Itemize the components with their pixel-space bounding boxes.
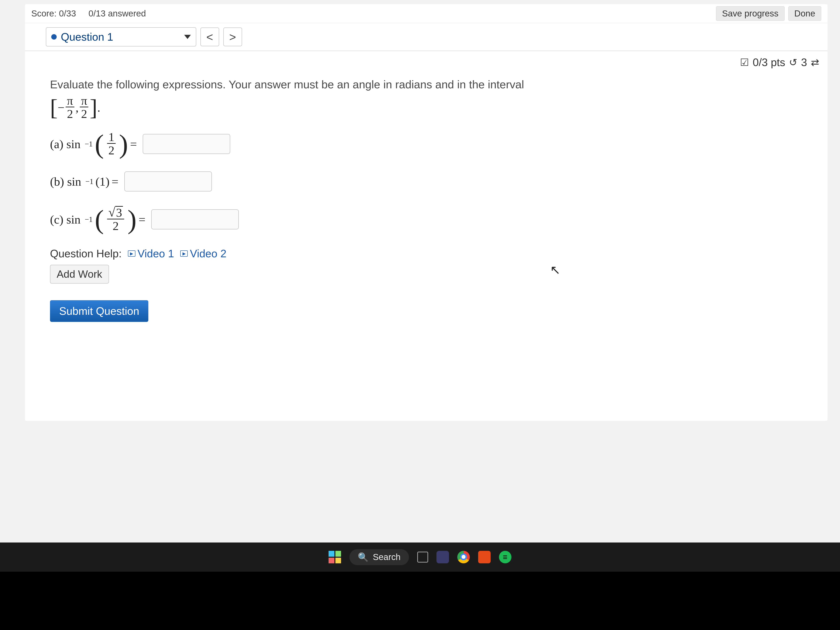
submit-question-button[interactable]: Submit Question xyxy=(50,300,148,322)
screen-bezel xyxy=(0,572,840,630)
windows-start-icon[interactable] xyxy=(328,551,341,563)
search-icon: 🔍 xyxy=(358,552,368,562)
answer-input-a[interactable] xyxy=(143,134,230,154)
caret-down-icon xyxy=(184,35,191,39)
prompt-text: Evaluate the following expressions. Your… xyxy=(50,77,819,92)
checkbox-icon: ☑ xyxy=(740,57,749,68)
swap-icon: ⇄ xyxy=(811,57,819,68)
add-work-button[interactable]: Add Work xyxy=(50,265,109,284)
task-view-icon[interactable] xyxy=(417,552,428,562)
video2-link[interactable]: ▶ Video 2 xyxy=(180,247,226,260)
next-question-button[interactable]: > xyxy=(223,27,242,46)
prev-question-button[interactable]: < xyxy=(201,27,219,46)
search-placeholder: Search xyxy=(373,552,400,562)
play-icon: ▶ xyxy=(128,250,136,257)
answer-input-c[interactable] xyxy=(151,209,239,229)
points-row: ☑ 0/3 pts ↺ 3 ⇄ xyxy=(25,51,827,71)
answer-input-b[interactable] xyxy=(125,172,212,191)
save-progress-button[interactable]: Save progress xyxy=(716,6,785,21)
interval-expression: [ − π 2 , π 2 ] . xyxy=(50,95,100,121)
part-b-row: (b) sin −1 (1) = xyxy=(50,172,819,191)
question-body: Evaluate the following expressions. Your… xyxy=(25,71,827,328)
done-button[interactable]: Done xyxy=(788,6,821,21)
part-a-row: (a) sin −1 ( 1 2 ) = xyxy=(50,131,819,157)
video1-link[interactable]: ▶ Video 1 xyxy=(128,247,174,260)
question-header: Question 1 < > xyxy=(25,23,827,51)
page-content: Score: 0/33 0/13 answered Save progress … xyxy=(25,4,827,421)
taskbar-search[interactable]: 🔍 Search xyxy=(349,549,409,565)
answered-text: 0/13 answered xyxy=(88,8,146,19)
retry-icon: ↺ xyxy=(789,57,797,68)
chrome-icon[interactable] xyxy=(457,551,470,563)
top-bar: Score: 0/33 0/13 answered Save progress … xyxy=(25,4,827,23)
windows-taskbar: 🔍 Search ≡ xyxy=(0,543,840,572)
question-selector[interactable]: Question 1 xyxy=(46,27,196,46)
help-row: Question Help: ▶ Video 1 ▶ Video 2 xyxy=(50,247,819,260)
office-icon[interactable] xyxy=(478,551,491,563)
play-icon: ▶ xyxy=(180,250,188,257)
question-label: Question 1 xyxy=(61,31,113,43)
help-label: Question Help: xyxy=(50,247,122,260)
part-c-row: (c) sin −1 ( √3 2 ) = xyxy=(50,206,819,233)
retry-count: 3 xyxy=(801,56,807,68)
spotify-icon[interactable]: ≡ xyxy=(499,551,512,563)
camera-app-icon[interactable] xyxy=(436,551,449,563)
score-text: Score: 0/33 xyxy=(31,8,76,19)
points-text: 0/3 pts xyxy=(753,56,785,68)
question-status-dot-icon xyxy=(51,34,57,39)
